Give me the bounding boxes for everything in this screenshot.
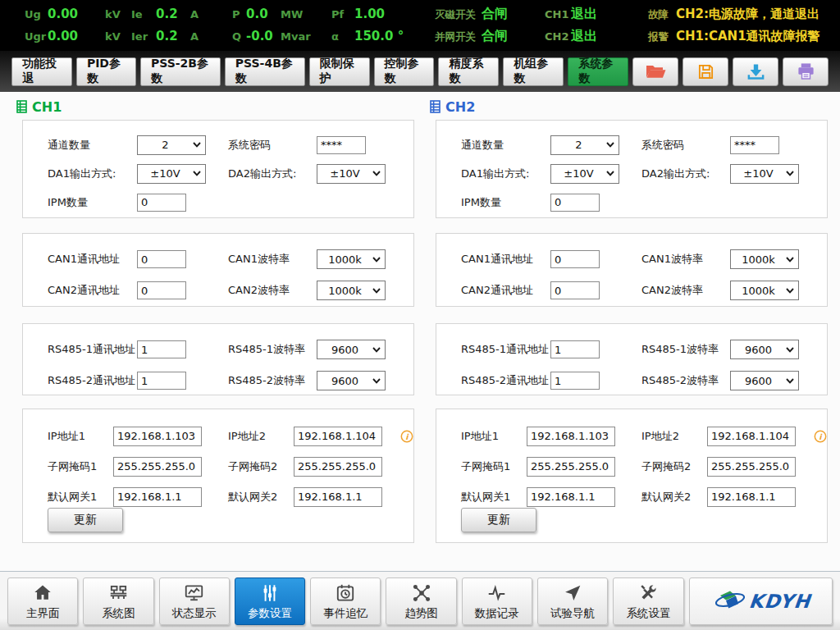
ch1-can1-address-input[interactable]	[137, 250, 186, 268]
ch1-section-rs485: RS485-1通讯地址RS485-1波特率9600RS485-2通讯地址RS48…	[22, 323, 414, 395]
tab-unit-params[interactable]: 机组参数	[503, 57, 564, 86]
form-row: CAN1通讯地址CAN1波特率1000k	[436, 244, 827, 275]
ch2-rs485-1-baudrate-select[interactable]: 9600	[730, 340, 799, 359]
ch1-da2-output-mode-select[interactable]: ±10V	[317, 164, 386, 184]
ch1-default-gateway-1-input[interactable]	[113, 487, 202, 507]
ch1-subnet-mask-1-input[interactable]	[113, 457, 202, 477]
ch2-da1-output-mode-select[interactable]: ±10V	[550, 164, 619, 184]
nav-trend-chart[interactable]: 趋势图	[386, 578, 456, 625]
field-label: 默认网关1	[48, 490, 97, 504]
open-file-button[interactable]	[632, 57, 678, 86]
ch2-subnet-mask-1-input[interactable]	[527, 457, 615, 477]
tools-icon	[637, 582, 659, 605]
ch1-section-basic: 通道数量2系统密码DA1输出方式:±10VDA2输出方式:±10VIPM数量	[22, 120, 414, 218]
alarm-message: CH1:CAN1通讯故障报警	[676, 25, 820, 47]
ch1-ip-address-1-input[interactable]	[113, 427, 202, 446]
ch1-rs485-1-baudrate-select[interactable]: 9600	[317, 340, 386, 359]
ch2-default-gateway-2-input[interactable]	[707, 487, 796, 507]
ch2-system-password-input[interactable]	[730, 136, 779, 154]
ch1-system-password-input[interactable]	[317, 136, 366, 154]
tab-pid-params[interactable]: PID参数	[76, 57, 136, 86]
measurement-ug: Ug0.00kV	[25, 3, 121, 25]
select-value: ±10V	[731, 167, 786, 180]
print-button[interactable]	[783, 57, 829, 86]
ch1-channel-count-select[interactable]: 2	[137, 135, 206, 155]
field-label: IP地址1	[48, 429, 85, 444]
form-row: DA1输出方式:±10VDA2输出方式:±10V	[436, 159, 827, 188]
ch2-da2-output-mode-select[interactable]: ±10V	[730, 164, 799, 184]
ch1-can1-baudrate-select[interactable]: 1000k	[317, 249, 386, 269]
chevron-down-icon	[193, 142, 201, 148]
ch2-rs485-2-baudrate-select[interactable]: 9600	[730, 371, 799, 390]
fault-label: 故障	[648, 4, 676, 25]
ch1-rs485-2-baudrate-select[interactable]: 9600	[317, 371, 386, 390]
tab-precision-coeff[interactable]: 精度系数	[438, 57, 499, 86]
ch1-default-gateway-2-input[interactable]	[294, 487, 382, 507]
ch2-can2-baudrate-select[interactable]: 1000k	[730, 281, 799, 300]
field-label: 通道数量	[48, 138, 90, 153]
nav-event-recall[interactable]: 事件追忆	[310, 578, 381, 625]
ch1-rs485-2-address-input[interactable]	[137, 372, 186, 390]
nav-system-diagram[interactable]: 系统图	[83, 578, 153, 625]
ch1-subnet-mask-2-input[interactable]	[294, 457, 382, 477]
field-label: 子网掩码1	[461, 459, 510, 474]
field-label: 默认网关1	[461, 490, 510, 504]
chevron-down-icon	[372, 347, 381, 353]
ch1-ipm-count-input[interactable]	[137, 194, 186, 212]
tab-pss4b-params[interactable]: PSS-4B参数	[225, 57, 305, 86]
save-button[interactable]	[682, 57, 728, 86]
ch2-can2-address-input[interactable]	[550, 281, 600, 299]
ch1-update-button[interactable]: 更新	[48, 508, 123, 532]
ch2-subnet-mask-2-input[interactable]	[707, 457, 796, 477]
ch2-default-gateway-1-input[interactable]	[527, 487, 615, 507]
ch1-can2-address-input[interactable]	[137, 281, 186, 299]
ch2-can1-baudrate-select[interactable]: 1000k	[730, 249, 799, 269]
nav-status-display[interactable]: 状态显示	[159, 578, 230, 625]
form-row: IP地址1IP地址2i	[23, 421, 413, 451]
info-icon[interactable]: i	[814, 430, 827, 443]
ch2-can1-address-input[interactable]	[550, 250, 600, 268]
brand-logo-text: KDYH	[747, 591, 811, 612]
ch2-ip-address-1-input[interactable]	[527, 427, 615, 446]
system-parameters-page: CH1通道数量2系统密码DA1输出方式:±10VDA2输出方式:±10VIPM数…	[0, 92, 840, 571]
ch1-rs485-1-address-input[interactable]	[137, 340, 186, 358]
nav-parameter-settings[interactable]: 参数设置	[235, 578, 305, 625]
download-button[interactable]	[733, 57, 778, 86]
ch2-rs485-2-address-input[interactable]	[550, 372, 600, 390]
kdyh-logo-icon	[711, 590, 747, 613]
ch2-update-button[interactable]: 更新	[461, 508, 536, 532]
chevron-down-icon	[372, 378, 381, 384]
ch1-ip-address-2-input[interactable]	[294, 427, 382, 446]
alarm-label: 报警	[648, 26, 676, 48]
info-icon[interactable]: i	[400, 430, 413, 443]
tab-pss2b-params[interactable]: PSS-2B参数	[140, 57, 221, 86]
ch1-section-ip: IP地址1IP地址2i子网掩码1子网掩码2默认网关1默认网关2更新	[22, 409, 414, 543]
ch2-ipm-count-input[interactable]	[550, 194, 600, 212]
field-label: DA1输出方式:	[461, 167, 529, 181]
field-label: CAN2波特率	[641, 283, 703, 298]
nav-label: 趋势图	[404, 606, 438, 621]
tab-system-params[interactable]: 系统参数	[568, 57, 628, 86]
nav-test-navigation[interactable]: 试验导航	[537, 578, 608, 625]
field-label: RS485-1通讯地址	[48, 342, 135, 357]
ch1-can2-baudrate-select[interactable]: 1000k	[317, 281, 386, 300]
tab-group: 功能投退PID参数PSS-2B参数PSS-4B参数限制保护控制参数精度系数机组参…	[11, 57, 628, 86]
nav-label: 状态显示	[172, 606, 217, 621]
field-label: IP地址2	[641, 429, 679, 444]
field-label: RS485-2波特率	[228, 373, 305, 388]
form-row: 子网掩码1子网掩码2	[23, 451, 413, 482]
nav-system-settings[interactable]: 系统设置	[613, 578, 683, 625]
field-label: RS485-1波特率	[641, 342, 719, 357]
ch2-ip-address-2-input[interactable]	[707, 427, 796, 446]
nav-main[interactable]: 主界面	[7, 578, 78, 625]
ch2-channel-count-select[interactable]: 2	[550, 135, 619, 155]
form-row: CAN2通讯地址CAN2波特率1000k	[23, 275, 413, 306]
ch2-rs485-1-address-input[interactable]	[550, 340, 600, 358]
nav-data-record[interactable]: 数据记录	[462, 578, 532, 625]
tab-limit-protection[interactable]: 限制保护	[309, 57, 370, 86]
ch1-da1-output-mode-select[interactable]: ±10V	[137, 164, 206, 184]
status-topbar: Ug0.00kVIe0.2AP0.0MWPf1.00灭磁开关合闸CH1退出故障C…	[0, 0, 840, 51]
tab-control-params[interactable]: 控制参数	[374, 57, 435, 86]
tab-function-toggle[interactable]: 功能投退	[11, 57, 72, 86]
field-label: 子网掩码2	[228, 459, 277, 474]
